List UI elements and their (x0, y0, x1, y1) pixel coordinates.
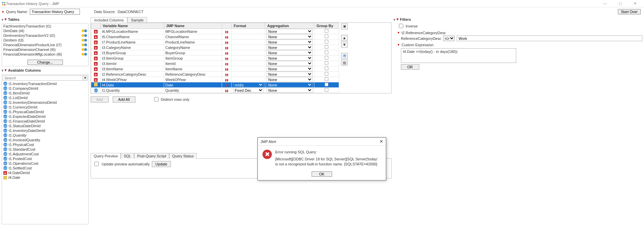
format-select[interactable]: m/d/y (233, 82, 263, 87)
included-column-row[interactable]: ▲t7.ProductLineNameProductLineName▮▮None (91, 40, 339, 45)
start-over-button[interactable]: Start Over (618, 9, 641, 14)
aggregation-select[interactable]: None (266, 50, 313, 55)
jmp-name-cell[interactable]: ItemId (164, 61, 222, 66)
available-column-item[interactable]: 123t1.CurrencyDimId (2, 105, 88, 109)
group-by-checkbox[interactable] (325, 83, 328, 86)
preview-tab[interactable]: Post-Query Script (134, 153, 169, 159)
filters-menu-icon[interactable]: ▾ (397, 17, 399, 21)
query-name-input[interactable] (30, 9, 80, 15)
included-column-row[interactable]: ▲t4.WeekOfYearWeekOfYear▮▮None (91, 77, 339, 82)
jmp-name-cell[interactable]: CategoryName (164, 45, 222, 50)
aggregation-select[interactable]: None (266, 82, 313, 87)
format-cell[interactable] (232, 56, 265, 61)
histogram-icon[interactable]: ▮▮ (225, 73, 228, 76)
filter-icon[interactable]: ⛃ (341, 53, 348, 59)
aggregation-select[interactable]: None (266, 88, 313, 93)
aggregation-select[interactable]: None (266, 34, 313, 39)
table-item[interactable]: FinancialDimensionChannel (t5) (2, 47, 88, 52)
available-column-item[interactable]: 123t1.InventoryDimensionsDimId (2, 100, 88, 105)
preview-tab[interactable]: Query Status (169, 153, 197, 159)
format-cell[interactable] (232, 66, 265, 72)
jmp-name-cell[interactable]: ItemGroup (164, 56, 222, 61)
included-column-row[interactable]: ▲t2.ReferenceCategoryDescReferenceCatego… (91, 72, 339, 77)
histogram-icon[interactable]: ▮▮ (225, 52, 228, 55)
disclosure-triangle-icon[interactable] (2, 17, 3, 21)
jmp-name-cell[interactable]: MFGLocationName (164, 29, 222, 34)
disclosure-triangle-icon[interactable] (394, 17, 395, 21)
move-up-button[interactable]: ▲ (341, 35, 348, 41)
histogram-icon[interactable]: ▮▮ (225, 57, 228, 60)
format-cell[interactable] (232, 61, 265, 66)
tables-menu-icon[interactable]: ▾ (5, 17, 7, 21)
table-item[interactable]: DimDate (t4) (2, 28, 88, 33)
format-cell[interactable] (232, 72, 265, 77)
jmp-name-cell[interactable]: ProductLineName (164, 40, 222, 45)
aggregation-select[interactable]: None (266, 29, 313, 34)
format-cell[interactable] (232, 40, 265, 45)
jmp-name-cell[interactable]: ItemName (164, 66, 222, 72)
histogram-icon[interactable]: ▮▮ (225, 78, 228, 82)
aggregation-select[interactable]: None (266, 72, 313, 77)
minimize-button[interactable]: — (598, 1, 613, 6)
col-group-by[interactable]: Group By (314, 23, 339, 29)
group-by-checkbox[interactable] (325, 56, 328, 60)
update-button[interactable]: Update (152, 161, 171, 167)
table-item[interactable]: DimItem (t3) (2, 38, 88, 43)
included-column-row[interactable]: ▲t5.ChannelNameChannelName▮▮None (91, 34, 339, 40)
group-by-checkbox[interactable] (325, 88, 328, 92)
included-column-row[interactable]: ▲t3.ItemNameItemName▮▮None (91, 66, 339, 72)
included-column-row[interactable]: ▲t3.ItemIdItemId▮▮None (91, 61, 339, 66)
available-column-item[interactable]: 123t1.ExpectedDateDimId (2, 114, 88, 119)
close-window-button[interactable]: ✕ (628, 1, 643, 6)
histogram-icon[interactable]: ▮▮ (225, 30, 228, 33)
available-column-item[interactable]: 123t1.LotDimId (2, 95, 88, 100)
query-menu-icon[interactable]: ▾ (2, 10, 4, 14)
preview-tab[interactable]: SQL (121, 153, 134, 159)
available-column-item[interactable]: 123t1.SettledCost (2, 166, 88, 170)
available-column-item[interactable]: 123t1.AdjustmentCost (2, 152, 88, 156)
filter-menu-icon[interactable]: ▾ (398, 30, 400, 35)
available-column-item[interactable]: 123t1.StandardCost (2, 147, 88, 152)
available-column-item[interactable]: 123t1.InvoicedQuantity (2, 138, 88, 142)
table-item[interactable]: FactInventoryTransaction (t1) (2, 24, 88, 28)
group-by-checkbox[interactable] (325, 45, 328, 49)
available-column-item[interactable]: 123t1.ItemDimId (2, 91, 88, 95)
col-variable-name[interactable]: Variable Name (101, 23, 164, 29)
group-by-checkbox[interactable] (325, 34, 328, 38)
add-button[interactable]: Add (91, 96, 109, 102)
filter-operator-select[interactable]: <> (443, 35, 455, 41)
available-column-item[interactable]: 123t1.InventoryTransactionDimId (2, 81, 88, 86)
jmp-name-cell[interactable]: ChannelName (164, 34, 222, 40)
available-column-item[interactable]: 123t1.InventoryDateDimId (2, 128, 88, 133)
table-item[interactable]: FinancialDimensionProductLine (t7) (2, 43, 88, 47)
available-column-item[interactable]: 123t1.PostedCost (2, 156, 88, 161)
group-by-checkbox[interactable] (325, 67, 328, 70)
dialog-ok-button[interactable]: OK (312, 171, 332, 177)
available-column-item[interactable]: 123t1.FinancialDateDimId (2, 119, 88, 124)
format-cell[interactable]: Fixed Dec (232, 88, 265, 93)
available-column-item[interactable]: 123t1.Quantity (2, 133, 88, 138)
dialog-close-button[interactable]: ✕ (380, 139, 383, 144)
col-jmp-name[interactable]: JMP Name (164, 23, 222, 29)
jmp-name-cell[interactable]: Date (164, 82, 222, 88)
aggregation-select[interactable]: None (266, 45, 313, 50)
table-item[interactable]: FinancialDimensionMfgLocation (t6) (2, 52, 88, 57)
available-column-item[interactable]: t4.Date (2, 175, 88, 180)
tab-included-columns[interactable]: Included Columns (91, 17, 127, 23)
jmp-name-cell[interactable]: ReferenceCategoryDesc (164, 72, 222, 77)
available-menu-icon[interactable]: ▾ (5, 68, 7, 72)
search-input[interactable] (3, 76, 83, 80)
aggregation-select[interactable]: None (266, 77, 313, 82)
format-cell[interactable] (232, 50, 265, 56)
included-column-row[interactable]: ▲t3.BuyerGroupBuyerGroup▮▮None (91, 50, 339, 56)
included-column-row[interactable]: t4.DateDate▮▮m/d/yNone (91, 82, 339, 88)
columns-icon[interactable]: ▥ (341, 60, 348, 66)
available-column-item[interactable]: ▲t4.DateDimId (2, 170, 88, 175)
custom-expression-input[interactable]: t4.Date >=(today() - in days(180)) (401, 48, 516, 63)
filter-menu-icon[interactable]: ▾ (398, 43, 400, 47)
group-by-checkbox[interactable] (325, 72, 328, 76)
update-auto-checkbox[interactable] (94, 162, 99, 166)
maximize-button[interactable]: ▢ (613, 1, 628, 6)
preview-tab[interactable]: Query Preview (91, 153, 121, 159)
included-column-row[interactable]: ▲t6.MFGLocationNameMFGLocationName▮▮None (91, 29, 339, 34)
